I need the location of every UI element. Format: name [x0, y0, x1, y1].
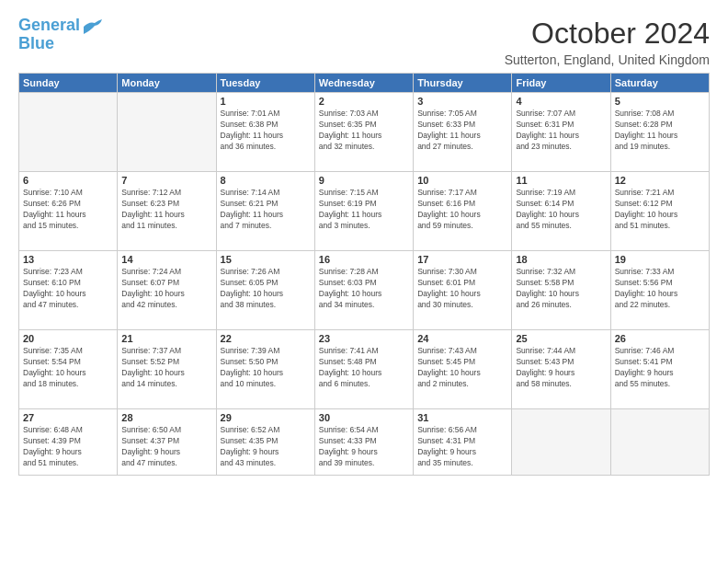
day-number: 25 [516, 333, 606, 344]
day-number: 9 [319, 175, 409, 186]
day-number: 7 [121, 175, 211, 186]
day-info: Sunrise: 7:39 AM Sunset: 5:50 PM Dayligh… [221, 346, 311, 390]
calendar-table: Sunday Monday Tuesday Wednesday Thursday… [18, 73, 710, 476]
day-number: 2 [319, 96, 409, 107]
day-number: 18 [516, 254, 606, 265]
day-info: Sunrise: 7:08 AM Sunset: 6:28 PM Dayligh… [615, 109, 705, 153]
day-number: 19 [615, 254, 705, 265]
table-row: 12Sunrise: 7:21 AM Sunset: 6:12 PM Dayli… [610, 172, 709, 251]
day-number: 4 [516, 96, 606, 107]
day-info: Sunrise: 7:03 AM Sunset: 6:35 PM Dayligh… [319, 109, 409, 153]
table-row: 20Sunrise: 7:35 AM Sunset: 5:54 PM Dayli… [19, 330, 118, 409]
day-info: Sunrise: 6:54 AM Sunset: 4:33 PM Dayligh… [319, 425, 409, 469]
day-number: 28 [121, 412, 211, 423]
day-info: Sunrise: 7:32 AM Sunset: 5:58 PM Dayligh… [516, 267, 606, 311]
logo: General Blue [18, 17, 102, 53]
header-saturday: Saturday [610, 74, 709, 93]
table-row: 31Sunrise: 6:56 AM Sunset: 4:31 PM Dayli… [414, 409, 512, 476]
day-info: Sunrise: 7:14 AM Sunset: 6:21 PM Dayligh… [221, 188, 311, 232]
table-row: 28Sunrise: 6:50 AM Sunset: 4:37 PM Dayli… [118, 409, 216, 476]
calendar-header-row: Sunday Monday Tuesday Wednesday Thursday… [19, 74, 710, 93]
table-row: 5Sunrise: 7:08 AM Sunset: 6:28 PM Daylig… [610, 93, 709, 172]
table-row: 26Sunrise: 7:46 AM Sunset: 5:41 PM Dayli… [610, 330, 709, 409]
table-row: 9Sunrise: 7:15 AM Sunset: 6:19 PM Daylig… [314, 172, 413, 251]
day-number: 23 [319, 333, 409, 344]
day-number: 20 [23, 333, 113, 344]
day-number: 5 [615, 96, 705, 107]
day-info: Sunrise: 7:05 AM Sunset: 6:33 PM Dayligh… [417, 109, 507, 153]
table-row: 29Sunrise: 6:52 AM Sunset: 4:35 PM Dayli… [216, 409, 314, 476]
day-number: 16 [319, 254, 409, 265]
day-number: 8 [221, 175, 311, 186]
day-number: 17 [417, 254, 507, 265]
calendar-week-row: 27Sunrise: 6:48 AM Sunset: 4:39 PM Dayli… [19, 409, 710, 476]
day-number: 21 [121, 333, 211, 344]
header-sunday: Sunday [19, 74, 118, 93]
header-tuesday: Tuesday [216, 74, 314, 93]
day-info: Sunrise: 7:15 AM Sunset: 6:19 PM Dayligh… [319, 188, 409, 232]
day-info: Sunrise: 7:21 AM Sunset: 6:12 PM Dayligh… [615, 188, 705, 232]
month-title: October 2024 [505, 17, 710, 51]
day-number: 14 [121, 254, 211, 265]
table-row: 14Sunrise: 7:24 AM Sunset: 6:07 PM Dayli… [118, 251, 216, 330]
table-row: 16Sunrise: 7:28 AM Sunset: 6:03 PM Dayli… [314, 251, 413, 330]
table-row [512, 409, 610, 476]
table-row: 1Sunrise: 7:01 AM Sunset: 6:38 PM Daylig… [216, 93, 314, 172]
day-info: Sunrise: 7:33 AM Sunset: 5:56 PM Dayligh… [615, 267, 705, 311]
day-number: 11 [516, 175, 606, 186]
table-row: 25Sunrise: 7:44 AM Sunset: 5:43 PM Dayli… [512, 330, 610, 409]
table-row: 13Sunrise: 7:23 AM Sunset: 6:10 PM Dayli… [19, 251, 118, 330]
day-number: 31 [417, 412, 507, 423]
table-row: 15Sunrise: 7:26 AM Sunset: 6:05 PM Dayli… [216, 251, 314, 330]
table-row: 19Sunrise: 7:33 AM Sunset: 5:56 PM Dayli… [610, 251, 709, 330]
day-number: 12 [615, 175, 705, 186]
day-info: Sunrise: 7:26 AM Sunset: 6:05 PM Dayligh… [221, 267, 311, 311]
table-row: 18Sunrise: 7:32 AM Sunset: 5:58 PM Dayli… [512, 251, 610, 330]
table-row: 23Sunrise: 7:41 AM Sunset: 5:48 PM Dayli… [314, 330, 413, 409]
day-number: 13 [23, 254, 113, 265]
table-row: 3Sunrise: 7:05 AM Sunset: 6:33 PM Daylig… [414, 93, 512, 172]
day-info: Sunrise: 7:17 AM Sunset: 6:16 PM Dayligh… [417, 188, 507, 232]
calendar-week-row: 6Sunrise: 7:10 AM Sunset: 6:26 PM Daylig… [19, 172, 710, 251]
day-info: Sunrise: 6:56 AM Sunset: 4:31 PM Dayligh… [417, 425, 507, 469]
logo-bird-icon [82, 19, 102, 34]
header-wednesday: Wednesday [314, 74, 413, 93]
day-number: 3 [417, 96, 507, 107]
day-number: 10 [417, 175, 507, 186]
day-info: Sunrise: 7:43 AM Sunset: 5:45 PM Dayligh… [417, 346, 507, 390]
title-block: October 2024 Sutterton, England, United … [505, 17, 710, 67]
day-info: Sunrise: 6:48 AM Sunset: 4:39 PM Dayligh… [23, 425, 113, 469]
day-info: Sunrise: 7:01 AM Sunset: 6:38 PM Dayligh… [221, 109, 311, 153]
logo-blue: Blue [18, 34, 54, 52]
table-row: 22Sunrise: 7:39 AM Sunset: 5:50 PM Dayli… [216, 330, 314, 409]
day-info: Sunrise: 7:37 AM Sunset: 5:52 PM Dayligh… [121, 346, 211, 390]
table-row: 7Sunrise: 7:12 AM Sunset: 6:23 PM Daylig… [118, 172, 216, 251]
table-row [19, 93, 118, 172]
table-row: 30Sunrise: 6:54 AM Sunset: 4:33 PM Dayli… [314, 409, 413, 476]
day-number: 26 [615, 333, 705, 344]
day-number: 22 [221, 333, 311, 344]
day-info: Sunrise: 7:30 AM Sunset: 6:01 PM Dayligh… [417, 267, 507, 311]
table-row: 8Sunrise: 7:14 AM Sunset: 6:21 PM Daylig… [216, 172, 314, 251]
day-number: 24 [417, 333, 507, 344]
page: General Blue October 2024 Sutterton, Eng… [0, 0, 728, 563]
day-info: Sunrise: 7:10 AM Sunset: 6:26 PM Dayligh… [23, 188, 113, 232]
table-row: 17Sunrise: 7:30 AM Sunset: 6:01 PM Dayli… [414, 251, 512, 330]
header-monday: Monday [118, 74, 216, 93]
table-row: 21Sunrise: 7:37 AM Sunset: 5:52 PM Dayli… [118, 330, 216, 409]
day-info: Sunrise: 7:12 AM Sunset: 6:23 PM Dayligh… [121, 188, 211, 232]
day-info: Sunrise: 7:23 AM Sunset: 6:10 PM Dayligh… [23, 267, 113, 311]
day-info: Sunrise: 7:41 AM Sunset: 5:48 PM Dayligh… [319, 346, 409, 390]
logo-text: General Blue [18, 17, 80, 53]
day-number: 27 [23, 412, 113, 423]
header-thursday: Thursday [414, 74, 512, 93]
day-info: Sunrise: 6:52 AM Sunset: 4:35 PM Dayligh… [221, 425, 311, 469]
table-row: 2Sunrise: 7:03 AM Sunset: 6:35 PM Daylig… [314, 93, 413, 172]
table-row: 27Sunrise: 6:48 AM Sunset: 4:39 PM Dayli… [19, 409, 118, 476]
day-number: 1 [221, 96, 311, 107]
day-number: 6 [23, 175, 113, 186]
location: Sutterton, England, United Kingdom [505, 52, 710, 67]
table-row: 24Sunrise: 7:43 AM Sunset: 5:45 PM Dayli… [414, 330, 512, 409]
table-row: 6Sunrise: 7:10 AM Sunset: 6:26 PM Daylig… [19, 172, 118, 251]
day-number: 29 [221, 412, 311, 423]
